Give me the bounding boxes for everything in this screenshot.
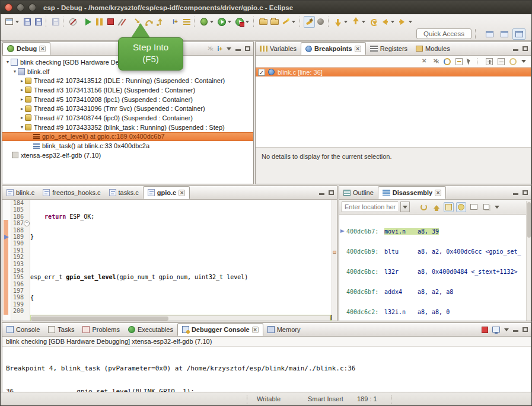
stack-frame-item-selected[interactable]: gpio_set_level() at gpio.c:189 0x400dc6b… bbox=[2, 132, 253, 142]
copy-view-button[interactable] bbox=[481, 202, 491, 212]
next-annotation-button[interactable] bbox=[332, 16, 343, 28]
open-new-view-button[interactable] bbox=[469, 202, 479, 212]
breakpoint-checkbox[interactable] bbox=[258, 69, 265, 76]
tab-executables[interactable]: Executables bbox=[124, 323, 177, 336]
skip-all-breakpoints-button[interactable] bbox=[67, 16, 78, 28]
debug-tree-item[interactable]: Thread #2 1073413512 (IDLE : Running) (S… bbox=[2, 76, 253, 85]
disconnect-button[interactable] bbox=[116, 16, 128, 28]
use-step-filters-button[interactable] bbox=[181, 16, 192, 28]
terminate-icon[interactable] bbox=[482, 327, 488, 333]
expander-icon[interactable] bbox=[19, 115, 25, 120]
forward-dropdown[interactable] bbox=[409, 21, 412, 23]
stack-frame-item[interactable]: blink_task() at blink.c:33 0x400dbc2a bbox=[2, 141, 253, 151]
close-icon[interactable] bbox=[435, 190, 441, 196]
terminate-button[interactable] bbox=[105, 16, 116, 28]
remove-breakpoint-icon[interactable] bbox=[421, 58, 428, 65]
expander-icon[interactable] bbox=[5, 59, 11, 65]
tab-outline[interactable]: Outline bbox=[339, 186, 378, 199]
new-wizard-dropdown[interactable] bbox=[15, 21, 19, 23]
open-element-button[interactable] bbox=[257, 16, 269, 28]
external-tools-dropdown[interactable] bbox=[246, 21, 249, 23]
expander-icon[interactable] bbox=[19, 97, 25, 102]
skip-all-icon[interactable] bbox=[467, 58, 472, 65]
minimize-icon[interactable] bbox=[513, 193, 518, 195]
vertical-scrollbar[interactable] bbox=[526, 201, 531, 321]
save-as-button[interactable] bbox=[50, 16, 61, 28]
expander-icon[interactable] bbox=[19, 78, 25, 84]
minimize-icon[interactable] bbox=[319, 193, 324, 195]
close-icon[interactable] bbox=[252, 327, 259, 333]
tab-freertos-hooks-c[interactable]: freertos_hooks.c bbox=[39, 186, 104, 199]
track-pc-button[interactable] bbox=[456, 202, 466, 212]
refresh-button[interactable] bbox=[419, 202, 429, 212]
next-annotation-dropdown[interactable] bbox=[344, 21, 348, 23]
external-tools-button[interactable] bbox=[234, 16, 245, 28]
debug-tree-item[interactable]: Thread #3 1073413156 (IDLE) (Suspended :… bbox=[2, 85, 253, 95]
minimize-icon[interactable] bbox=[235, 49, 241, 51]
remove-all-terminated-icon[interactable] bbox=[206, 46, 213, 52]
tab-console[interactable]: Console bbox=[2, 323, 44, 336]
tab-memory[interactable]: Memory bbox=[263, 323, 305, 336]
annotation-ruler[interactable] bbox=[2, 200, 11, 321]
debug-dropdown[interactable] bbox=[210, 21, 214, 23]
show-supported-breakpoints-icon[interactable] bbox=[444, 58, 451, 65]
run-button[interactable] bbox=[216, 16, 227, 28]
tab-registers[interactable]: Registers bbox=[366, 42, 412, 55]
breakpoint-item[interactable]: blink.c [line: 36] bbox=[256, 68, 531, 76]
search-button[interactable] bbox=[280, 16, 291, 28]
back-dropdown[interactable] bbox=[391, 21, 394, 23]
debug-tree-item[interactable]: Thread #9 1073433352 (blink_task : Runni… bbox=[2, 123, 253, 132]
tab-tasks-c[interactable]: tasks.c bbox=[105, 186, 143, 199]
tab-modules[interactable]: Modules bbox=[412, 42, 454, 55]
resume-button[interactable] bbox=[82, 16, 94, 28]
annotations-button[interactable] bbox=[315, 16, 326, 28]
maximize-icon[interactable] bbox=[523, 46, 528, 51]
mark-occurrences-button[interactable] bbox=[304, 16, 315, 28]
location-input[interactable] bbox=[342, 202, 398, 212]
maximize-icon[interactable] bbox=[245, 46, 250, 51]
location-dropdown[interactable] bbox=[400, 202, 410, 212]
link-with-debug-icon[interactable] bbox=[509, 58, 517, 65]
console-dropdown-icon[interactable] bbox=[504, 328, 509, 331]
disassembly-row[interactable]: 400dc6bf:addx4a8, a2, a8 bbox=[339, 289, 531, 295]
scrollbar-thumb[interactable] bbox=[31, 317, 168, 321]
open-perspective-button[interactable] bbox=[483, 28, 496, 40]
last-edit-location-button[interactable] bbox=[368, 16, 379, 28]
minimize-icon[interactable] bbox=[513, 49, 518, 51]
save-button[interactable] bbox=[21, 16, 33, 28]
horizontal-scrollbar[interactable] bbox=[31, 315, 330, 321]
expander-icon[interactable] bbox=[12, 69, 18, 74]
step-return-button[interactable] bbox=[154, 16, 165, 28]
tab-tasks[interactable]: Tasks bbox=[44, 323, 78, 336]
close-icon[interactable] bbox=[179, 190, 185, 196]
tab-debug[interactable]: Debug bbox=[2, 42, 50, 55]
close-icon[interactable] bbox=[355, 46, 361, 52]
overview-ruler[interactable] bbox=[332, 200, 337, 321]
expand-all-icon[interactable] bbox=[486, 58, 493, 65]
instruction-stepping-button[interactable]: i+ bbox=[170, 16, 181, 28]
previous-annotation-button[interactable] bbox=[350, 16, 361, 28]
disassembly-row[interactable]: 400dc6b9:bltua8, a2, 0x400dc6cc <gpio_se… bbox=[339, 248, 531, 255]
remove-all-breakpoints-icon[interactable] bbox=[432, 58, 439, 65]
scrollbar-thumb[interactable] bbox=[527, 202, 531, 238]
search-dropdown[interactable] bbox=[292, 21, 295, 23]
instruction-stepping-mode-icon[interactable]: i+ bbox=[217, 46, 222, 52]
cpp-perspective-button[interactable] bbox=[498, 28, 511, 40]
maximize-icon[interactable] bbox=[329, 190, 334, 195]
expander-icon[interactable] bbox=[19, 87, 25, 92]
save-all-button[interactable] bbox=[33, 16, 44, 28]
forward-button[interactable] bbox=[397, 16, 408, 28]
collapse-all-icon[interactable] bbox=[498, 58, 505, 65]
new-wizard-button[interactable] bbox=[4, 16, 15, 28]
open-resource-button[interactable] bbox=[269, 16, 280, 28]
tab-blink-c[interactable]: blink.c bbox=[2, 186, 39, 199]
go-to-file-icon[interactable] bbox=[455, 58, 463, 65]
code-editor[interactable]: 184 185 186 187 188 189 190 191 192 193 … bbox=[2, 200, 337, 321]
maximize-icon[interactable] bbox=[523, 327, 528, 332]
disassembly-row[interactable]: 400dc6c2:l32i.na8, a8, 0 bbox=[339, 309, 531, 315]
line-number-ruler[interactable]: 184 185 186 187 188 189 190 191 192 193 … bbox=[11, 200, 30, 321]
minimize-icon[interactable] bbox=[513, 330, 518, 332]
tab-disassembly[interactable]: Disassembly bbox=[378, 186, 446, 199]
view-menu-icon[interactable] bbox=[227, 47, 231, 50]
disassembly-row[interactable]: 400dc6bc:l32ra8, 0x400d0484 <_stext+1132… bbox=[339, 268, 531, 275]
